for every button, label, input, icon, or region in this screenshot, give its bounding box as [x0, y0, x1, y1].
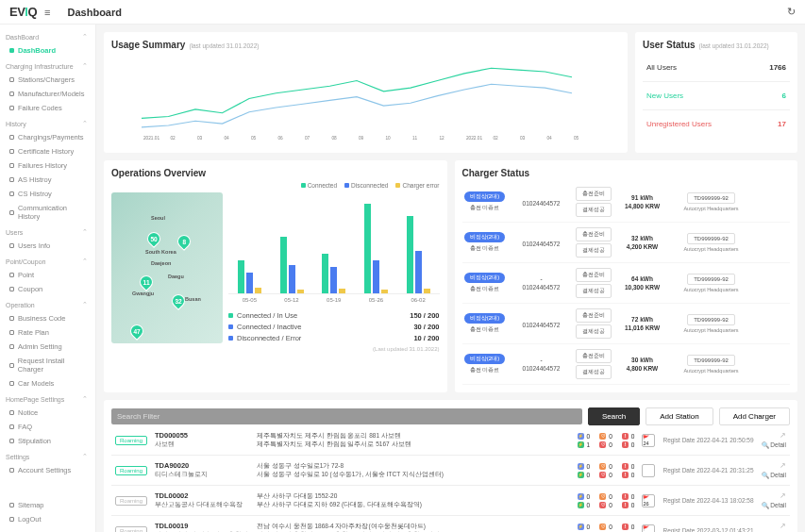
sidebar-item[interactable]: Users Info: [0, 239, 95, 253]
station-row[interactable]: Roaming TDL00019어반스테이 더 캐슬 여수 웅천점 전남 여수시…: [111, 516, 790, 532]
sidebar-item[interactable]: Account Settings: [0, 463, 95, 477]
sidebar-item[interactable]: Notice: [0, 406, 95, 420]
svg-text:03: 03: [520, 136, 526, 141]
charger-row: 비정상(2대)충전 미종료 01024464572 충전준비결제성공 91 kW…: [462, 182, 791, 223]
charger-status-card: Charger Status 비정상(2대)충전 미종료 01024464572…: [455, 160, 798, 392]
search-input[interactable]: [111, 408, 582, 424]
svg-text:12: 12: [439, 136, 444, 141]
sidebar-group-head[interactable]: Point/Coupon⌃: [0, 255, 95, 268]
sidebar-item[interactable]: Failures History: [0, 158, 95, 173]
svg-text:10: 10: [385, 136, 391, 141]
sidebar-item[interactable]: Failure Codes: [0, 101, 95, 115]
svg-text:05: 05: [251, 136, 257, 141]
svg-text:02: 02: [170, 136, 176, 141]
sidebar-item[interactable]: Manufacturer/Models: [0, 87, 95, 101]
sidebar-group-head[interactable]: Charging Infrastructure⌃: [0, 59, 95, 73]
svg-text:07: 07: [305, 136, 310, 141]
svg-text:2021.01: 2021.01: [143, 136, 160, 141]
detail-link[interactable]: 🔍 Detail: [762, 502, 786, 509]
flag-icon: 🚩24: [642, 434, 655, 447]
user-status-row: All Users1766: [643, 54, 790, 82]
usage-summary-card: Usage Summary(last updated 31.01.2022) 2…: [104, 32, 628, 153]
svg-text:11: 11: [412, 136, 418, 141]
menu-toggle-icon[interactable]: ≡: [44, 7, 50, 18]
sidebar-footer-item[interactable]: Sitemap: [0, 498, 95, 512]
flag-icon: [642, 464, 655, 477]
sidebar-group-head[interactable]: HomePage Settings⌃: [0, 392, 95, 406]
sidebar-item[interactable]: Request Install Charger: [0, 354, 95, 376]
sidebar-item[interactable]: Stipulation: [0, 434, 95, 448]
sidebar-item[interactable]: Point: [0, 268, 95, 282]
topbar: EVIQ ≡ Dashboard ↻: [0, 0, 805, 25]
map-pin[interactable]: 47: [127, 322, 146, 341]
station-row[interactable]: Roaming TDA90020티디스테크놀로지 서울 성동구 성수일로1가 7…: [111, 456, 790, 486]
sidebar-item[interactable]: FAQ: [0, 420, 95, 434]
sidebar-group-head[interactable]: History⌃: [0, 117, 95, 130]
ops-bar-chart: 05-0505-1205-1905-2606-02: [228, 192, 440, 294]
map-pin[interactable]: 8: [175, 232, 193, 251]
map[interactable]: SeoulSouth KoreaDaejeonDaeguGwangjuBusan…: [111, 192, 223, 343]
station-row[interactable]: Roaming TDL00002부산교통공사 다대포해수욕장 부산 사하구 다대…: [111, 486, 790, 516]
detail-link[interactable]: 🔍 Detail: [762, 472, 786, 479]
external-link-icon[interactable]: ↗: [780, 431, 786, 440]
sidebar-group-head[interactable]: Settings⌃: [0, 450, 95, 463]
map-pin[interactable]: 11: [137, 273, 156, 291]
sidebar-item[interactable]: Coupon: [0, 282, 95, 296]
map-pin[interactable]: 50: [144, 229, 163, 248]
sidebar-item[interactable]: DashBoard: [0, 43, 95, 58]
refresh-icon[interactable]: ↻: [787, 6, 796, 18]
svg-text:02: 02: [493, 136, 498, 141]
usage-line-chart: 2021.0102030405060708091011122022.010203…: [111, 54, 620, 143]
map-pin[interactable]: 32: [169, 291, 188, 310]
user-status-card: User Status(last updated 31.01.2022) All…: [635, 32, 797, 153]
svg-text:2022.01: 2022.01: [466, 136, 483, 141]
sidebar-item[interactable]: Car Models: [0, 376, 95, 391]
external-link-icon[interactable]: ↗: [780, 491, 786, 500]
detail-link[interactable]: 🔍 Detail: [762, 441, 786, 449]
svg-text:04: 04: [224, 136, 229, 141]
sidebar-item[interactable]: Rate Plan: [0, 325, 95, 340]
logo: EVIQ: [9, 5, 37, 19]
sidebar-item[interactable]: Certificate History: [0, 144, 95, 158]
external-link-icon[interactable]: ↗: [780, 461, 786, 470]
sidebar-item[interactable]: Admin Setting: [0, 340, 95, 354]
sidebar-item[interactable]: CS Histroy: [0, 187, 95, 201]
sidebar-item[interactable]: Business Code: [0, 311, 95, 325]
sidebar: DashBoard⌃DashBoardCharging Infrastructu…: [0, 25, 96, 532]
sidebar-group-head[interactable]: Operation⌃: [0, 298, 95, 311]
charger-row: 비정상(2대)충전 미종료 -01024464572 충전준비결제성공 30 k…: [462, 344, 791, 385]
add-charger-button[interactable]: Add Charger: [719, 407, 790, 425]
sidebar-group-head[interactable]: Users⌃: [0, 225, 95, 239]
svg-text:08: 08: [331, 136, 337, 141]
user-status-row: New Users6: [643, 82, 790, 110]
sidebar-item[interactable]: Stations/Chargers: [0, 73, 95, 87]
search-button[interactable]: Search: [588, 407, 640, 425]
sidebar-group-head[interactable]: DashBoard⌃: [0, 30, 95, 43]
station-list-card: Search Add Station Add Charger Roaming T…: [104, 400, 797, 532]
svg-text:03: 03: [197, 136, 203, 141]
charger-row: 비정상(2대)충전 미종료 01024464572 충전준비결제성공 72 kW…: [462, 304, 791, 344]
sidebar-footer-item[interactable]: LogOut: [0, 512, 95, 526]
sidebar-item[interactable]: AS Histroy: [0, 173, 95, 187]
operations-overview-card: Operations Overview ConnectedDisconnecte…: [104, 160, 447, 392]
add-station-button[interactable]: Add Station: [646, 407, 713, 425]
page-title: Dashboard: [68, 7, 122, 18]
svg-text:06: 06: [277, 136, 283, 141]
flag-icon: 🚩26: [642, 494, 655, 507]
sidebar-item[interactable]: Chargings/Payments: [0, 130, 95, 144]
svg-text:09: 09: [359, 136, 364, 141]
charger-row: 비정상(2대)충전 미종료 01024464572 충전준비결제성공 32 kW…: [462, 223, 791, 263]
sidebar-item[interactable]: Communication History: [0, 201, 95, 224]
station-row[interactable]: Roaming TD000055사보텐 제주특별자치도 제주시 한림읍 옹포리 …: [111, 425, 790, 456]
svg-text:05: 05: [574, 136, 579, 141]
flag-icon: 🚩25: [642, 524, 655, 533]
svg-text:04: 04: [546, 136, 552, 141]
user-status-row: Unregistered Users17: [643, 110, 790, 138]
external-link-icon[interactable]: ↗: [780, 522, 786, 530]
charger-row: 비정상(2대)충전 미종료 -01024464572 충전준비결제성공 64 k…: [462, 263, 791, 304]
